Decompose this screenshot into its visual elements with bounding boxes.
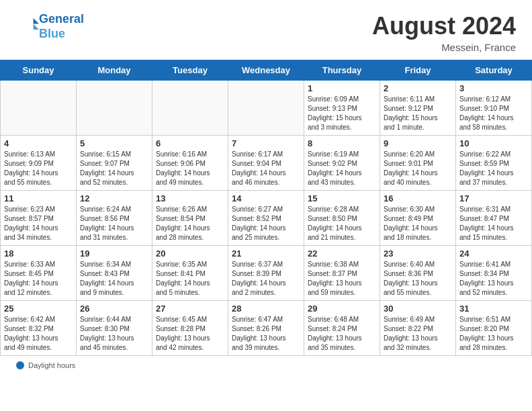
- day-info: Sunrise: 6:26 AM Sunset: 8:54 PM Dayligh…: [156, 205, 224, 242]
- week-row-4: 18Sunrise: 6:33 AM Sunset: 8:45 PM Dayli…: [1, 246, 532, 301]
- svg-marker-0: [34, 18, 39, 24]
- day-number: 30: [384, 304, 452, 314]
- calendar-table: Sunday Monday Tuesday Wednesday Thursday…: [0, 60, 532, 356]
- day-info: Sunrise: 6:38 AM Sunset: 8:37 PM Dayligh…: [308, 260, 376, 298]
- calendar-cell: 2Sunrise: 6:11 AM Sunset: 9:12 PM Daylig…: [380, 81, 456, 136]
- day-info: Sunrise: 6:34 AM Sunset: 8:43 PM Dayligh…: [80, 260, 148, 298]
- page-header: GeneralBlue August 2024 Messein, France: [0, 0, 532, 60]
- calendar-cell: 9Sunrise: 6:20 AM Sunset: 9:01 PM Daylig…: [380, 136, 456, 191]
- calendar-cell: [77, 81, 152, 136]
- day-number: 21: [232, 248, 300, 259]
- calendar-cell: 22Sunrise: 6:38 AM Sunset: 8:37 PM Dayli…: [304, 246, 380, 301]
- day-number: 2: [384, 83, 452, 93]
- day-info: Sunrise: 6:24 AM Sunset: 8:56 PM Dayligh…: [80, 205, 148, 242]
- day-number: 10: [459, 138, 528, 148]
- day-number: 29: [308, 304, 376, 314]
- calendar-cell: 14Sunrise: 6:27 AM Sunset: 8:52 PM Dayli…: [228, 191, 304, 246]
- day-info: Sunrise: 6:48 AM Sunset: 8:24 PM Dayligh…: [308, 315, 376, 353]
- day-info: Sunrise: 6:17 AM Sunset: 9:04 PM Dayligh…: [232, 150, 300, 187]
- calendar-header-row: Sunday Monday Tuesday Wednesday Thursday…: [1, 60, 532, 81]
- col-saturday: Saturday: [456, 60, 532, 81]
- col-tuesday: Tuesday: [152, 60, 228, 81]
- day-info: Sunrise: 6:11 AM Sunset: 9:12 PM Dayligh…: [384, 95, 452, 132]
- calendar-cell: 18Sunrise: 6:33 AM Sunset: 8:45 PM Dayli…: [1, 246, 77, 301]
- day-number: 11: [4, 193, 73, 203]
- day-number: 18: [4, 248, 73, 259]
- calendar-cell: 31Sunrise: 6:51 AM Sunset: 8:20 PM Dayli…: [456, 301, 532, 356]
- day-info: Sunrise: 6:23 AM Sunset: 8:57 PM Dayligh…: [4, 205, 73, 242]
- calendar-cell: 5Sunrise: 6:15 AM Sunset: 9:07 PM Daylig…: [77, 136, 152, 191]
- calendar-cell: 4Sunrise: 6:13 AM Sunset: 9:09 PM Daylig…: [1, 136, 77, 191]
- day-info: Sunrise: 6:42 AM Sunset: 8:32 PM Dayligh…: [4, 315, 73, 353]
- day-info: Sunrise: 6:12 AM Sunset: 9:10 PM Dayligh…: [459, 95, 528, 132]
- col-sunday: Sunday: [1, 60, 77, 81]
- day-info: Sunrise: 6:51 AM Sunset: 8:20 PM Dayligh…: [459, 315, 528, 353]
- calendar-cell: 11Sunrise: 6:23 AM Sunset: 8:57 PM Dayli…: [1, 191, 77, 246]
- calendar-cell: 19Sunrise: 6:34 AM Sunset: 8:43 PM Dayli…: [77, 246, 152, 301]
- day-info: Sunrise: 6:33 AM Sunset: 8:45 PM Dayligh…: [4, 260, 73, 298]
- day-info: Sunrise: 6:30 AM Sunset: 8:49 PM Dayligh…: [384, 205, 452, 242]
- logo-text: GeneralBlue: [39, 12, 84, 41]
- logo-icon: [17, 15, 39, 36]
- day-info: Sunrise: 6:41 AM Sunset: 8:34 PM Dayligh…: [459, 260, 528, 298]
- calendar-cell: 29Sunrise: 6:48 AM Sunset: 8:24 PM Dayli…: [304, 301, 380, 356]
- col-friday: Friday: [380, 60, 456, 81]
- day-number: 12: [80, 193, 148, 203]
- calendar-cell: 3Sunrise: 6:12 AM Sunset: 9:10 PM Daylig…: [456, 81, 532, 136]
- svg-marker-1: [34, 24, 39, 29]
- day-info: Sunrise: 6:13 AM Sunset: 9:09 PM Dayligh…: [4, 150, 73, 187]
- day-info: Sunrise: 6:22 AM Sunset: 8:59 PM Dayligh…: [459, 150, 528, 187]
- calendar-cell: [1, 81, 77, 136]
- day-info: Sunrise: 6:44 AM Sunset: 8:30 PM Dayligh…: [80, 315, 148, 353]
- day-info: Sunrise: 6:20 AM Sunset: 9:01 PM Dayligh…: [384, 150, 452, 187]
- location: Messein, France: [372, 42, 516, 53]
- day-number: 17: [459, 193, 528, 203]
- day-number: 14: [232, 193, 300, 203]
- calendar-cell: 26Sunrise: 6:44 AM Sunset: 8:30 PM Dayli…: [77, 301, 152, 356]
- day-info: Sunrise: 6:40 AM Sunset: 8:36 PM Dayligh…: [384, 260, 452, 298]
- day-number: 9: [384, 138, 452, 148]
- day-number: 15: [308, 193, 376, 203]
- day-number: 27: [156, 304, 224, 314]
- day-info: Sunrise: 6:31 AM Sunset: 8:47 PM Dayligh…: [459, 205, 528, 242]
- day-info: Sunrise: 6:15 AM Sunset: 9:07 PM Dayligh…: [80, 150, 148, 187]
- col-monday: Monday: [77, 60, 152, 81]
- day-number: 8: [308, 138, 376, 148]
- day-number: 20: [156, 248, 224, 259]
- month-title: August 2024: [372, 12, 516, 40]
- calendar-cell: 25Sunrise: 6:42 AM Sunset: 8:32 PM Dayli…: [1, 301, 77, 356]
- day-number: 25: [4, 304, 73, 314]
- day-info: Sunrise: 6:28 AM Sunset: 8:50 PM Dayligh…: [308, 205, 376, 242]
- day-number: 3: [459, 83, 528, 93]
- calendar-cell: 30Sunrise: 6:49 AM Sunset: 8:22 PM Dayli…: [380, 301, 456, 356]
- day-number: 13: [156, 193, 224, 203]
- day-info: Sunrise: 6:49 AM Sunset: 8:22 PM Dayligh…: [384, 315, 452, 353]
- day-info: Sunrise: 6:09 AM Sunset: 9:13 PM Dayligh…: [308, 95, 376, 132]
- calendar-cell: 27Sunrise: 6:45 AM Sunset: 8:28 PM Dayli…: [152, 301, 228, 356]
- calendar-cell: 8Sunrise: 6:19 AM Sunset: 9:02 PM Daylig…: [304, 136, 380, 191]
- day-info: Sunrise: 6:37 AM Sunset: 8:39 PM Dayligh…: [232, 260, 300, 298]
- calendar-cell: 10Sunrise: 6:22 AM Sunset: 8:59 PM Dayli…: [456, 136, 532, 191]
- title-block: August 2024 Messein, France: [372, 12, 516, 53]
- daylight-label: Daylight hours: [28, 361, 75, 369]
- day-info: Sunrise: 6:27 AM Sunset: 8:52 PM Dayligh…: [232, 205, 300, 242]
- day-number: 6: [156, 138, 224, 148]
- col-wednesday: Wednesday: [228, 60, 304, 81]
- calendar-cell: 24Sunrise: 6:41 AM Sunset: 8:34 PM Dayli…: [456, 246, 532, 301]
- calendar-cell: 6Sunrise: 6:16 AM Sunset: 9:06 PM Daylig…: [152, 136, 228, 191]
- day-number: 7: [232, 138, 300, 148]
- logo: GeneralBlue: [16, 12, 84, 41]
- calendar-cell: 21Sunrise: 6:37 AM Sunset: 8:39 PM Dayli…: [228, 246, 304, 301]
- day-info: Sunrise: 6:45 AM Sunset: 8:28 PM Dayligh…: [156, 315, 224, 353]
- daylight-indicator: [16, 361, 24, 369]
- week-row-1: 1Sunrise: 6:09 AM Sunset: 9:13 PM Daylig…: [1, 81, 532, 136]
- day-info: Sunrise: 6:35 AM Sunset: 8:41 PM Dayligh…: [156, 260, 224, 298]
- day-number: 19: [80, 248, 148, 259]
- day-info: Sunrise: 6:19 AM Sunset: 9:02 PM Dayligh…: [308, 150, 376, 187]
- calendar-cell: 23Sunrise: 6:40 AM Sunset: 8:36 PM Dayli…: [380, 246, 456, 301]
- day-number: 28: [232, 304, 300, 314]
- calendar-cell: 17Sunrise: 6:31 AM Sunset: 8:47 PM Dayli…: [456, 191, 532, 246]
- calendar-cell: 28Sunrise: 6:47 AM Sunset: 8:26 PM Dayli…: [228, 301, 304, 356]
- day-number: 23: [384, 248, 452, 259]
- day-number: 31: [459, 304, 528, 314]
